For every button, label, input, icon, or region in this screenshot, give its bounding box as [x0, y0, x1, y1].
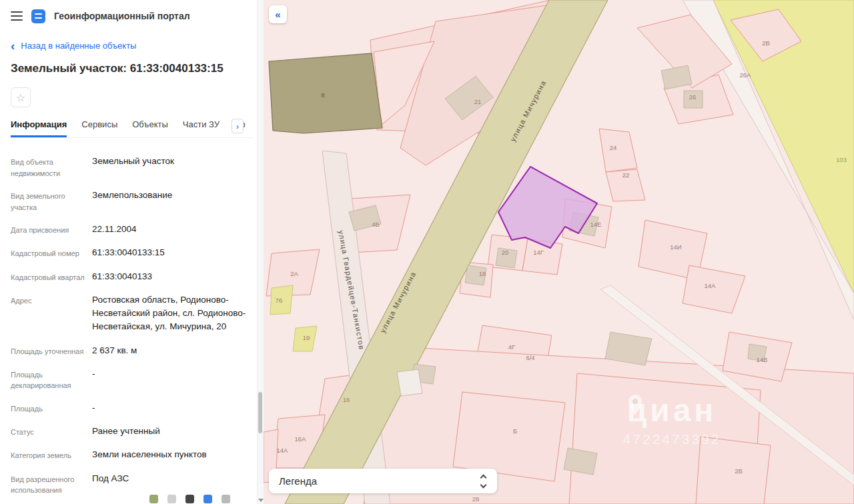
watermark-digits: 4722473392: [623, 431, 721, 447]
parcel[interactable]: [453, 392, 565, 481]
field-label: Адрес: [11, 293, 90, 334]
parcel-label: 2В: [762, 39, 770, 47]
field-label: Кадастровый квартал: [11, 270, 90, 283]
field-value: 2 637 кв. м: [92, 344, 253, 357]
taskbar-icon[interactable]: [222, 495, 230, 503]
parcel[interactable]: [696, 437, 771, 504]
parcel-label: 20: [502, 249, 509, 256]
back-link[interactable]: ‹ Назад в найденные объекты: [11, 41, 253, 51]
field-row: Статус Ранее учтенный: [11, 425, 253, 438]
parcel-label: 6/4: [526, 354, 534, 361]
field-row: Адрес Ростовская область, Родионово-Несв…: [11, 293, 253, 334]
tab-chasti-zu[interactable]: Части ЗУ: [183, 117, 220, 137]
field-value: -: [92, 367, 253, 391]
parcel-label: 4Г: [508, 343, 515, 351]
page-title: Земельный участок: 61:33:0040133:15: [11, 62, 253, 75]
parcel-label: 14А: [705, 282, 717, 289]
tab-servisy[interactable]: Сервисы: [81, 117, 117, 137]
field-value: 22.11.2004: [92, 223, 253, 236]
sidebar: Геоинформационный портал ‹ Назад в найде…: [0, 0, 264, 504]
field-row: Кадастровый номер 61:33:0040133:15: [11, 246, 253, 259]
field-label: Дата присвоения: [11, 223, 90, 236]
field-value: 61:33:0040133: [92, 270, 253, 283]
taskbar-icon[interactable]: [203, 495, 212, 503]
parcel-label: 22: [622, 171, 630, 179]
watermark-brand: циан: [627, 393, 717, 428]
field-row: Площадь -: [11, 401, 253, 415]
scrollbar-down-arrow-icon[interactable]: [258, 499, 264, 502]
parcel-label: 103: [836, 156, 847, 163]
field-row: Вид земельного участка Землепользование: [11, 189, 253, 213]
parcel-label: 76: [276, 297, 283, 304]
parcel-label: 26А: [740, 71, 752, 79]
cadastral-map[interactable]: улица Мичурина улица Мичурина улица Гвар…: [264, 0, 854, 504]
menu-icon[interactable]: [11, 10, 23, 22]
star-icon: ☆: [16, 91, 25, 104]
parcel-label: 2А: [290, 270, 298, 277]
field-row: Вид разрешенного использования Под АЗС: [11, 472, 253, 496]
field-label: Вид разрешенного использования: [11, 472, 90, 496]
field-row: Площадь декларированная -: [11, 367, 253, 391]
parcel-label: 2В: [735, 467, 743, 475]
parcel-label: 4Б: [372, 221, 380, 228]
app-window: Геоинформационный портал ‹ Назад в найде…: [0, 0, 854, 504]
field-value: Ранее учтенный: [92, 425, 253, 438]
field-label: Вид объекта недвижимости: [11, 155, 90, 179]
field-row: Категория земель Земли населенных пункто…: [11, 448, 253, 461]
favorite-button[interactable]: ☆: [11, 87, 31, 107]
tab-informaciya[interactable]: Информация: [11, 117, 67, 137]
field-value: -: [92, 401, 253, 415]
field-label: Категория земель: [11, 448, 90, 461]
app-logo-icon: [31, 9, 45, 23]
sidebar-header: Геоинформационный портал: [0, 0, 264, 32]
taskbar-icon[interactable]: [167, 495, 176, 503]
collapse-sidebar-button[interactable]: «: [269, 5, 287, 23]
field-row: Площадь уточненная 2 637 кв. м: [11, 344, 253, 357]
chevron-right-icon: ›: [236, 121, 239, 131]
field-value: Землепользование: [92, 189, 253, 213]
parcel-label: Б: [513, 427, 517, 435]
attributes-list: Вид объекта недвижимости Земельный участ…: [11, 155, 253, 504]
parcel-label: 16А: [295, 435, 307, 443]
field-label: Площадь уточненная: [11, 344, 90, 357]
field-value: Земельный участок: [92, 155, 253, 179]
field-value: Под АЗС: [92, 472, 253, 496]
sidebar-scrollbar[interactable]: [257, 0, 264, 504]
parcel-label: 14И: [670, 243, 682, 251]
field-label: Статус: [11, 425, 90, 438]
field-row: Вид объекта недвижимости Земельный участ…: [11, 155, 253, 179]
legend-toggle-icon[interactable]: [480, 474, 487, 489]
field-label: Кадастровый номер: [11, 246, 90, 259]
parcel-label: 14В: [757, 356, 768, 363]
tab-obekty[interactable]: Объекты: [132, 117, 168, 137]
legend-label: Легенда: [279, 475, 317, 487]
parcel-label: 26: [689, 93, 697, 101]
field-row: Дата присвоения 22.11.2004: [11, 223, 253, 236]
tabs-bar: Информация Сервисы Объекты Части ЗУ Сост…: [11, 117, 254, 138]
tabs-scroll-right-button[interactable]: ›: [232, 119, 244, 133]
taskbar-icon[interactable]: [185, 495, 194, 503]
double-chevron-left-icon: «: [275, 9, 280, 20]
field-label: Площадь: [11, 401, 90, 415]
parcel-label: 16: [343, 396, 350, 403]
parcel-label: 28: [472, 495, 480, 503]
field-label: Площадь декларированная: [11, 367, 90, 391]
taskbar-icon[interactable]: [149, 495, 158, 503]
field-value: Ростовская область, Родионово-Несветайск…: [92, 293, 253, 334]
parcel-label: 21: [474, 98, 482, 105]
app-title: Геоинформационный портал: [54, 11, 190, 21]
parcel-olive[interactable]: [269, 53, 382, 133]
field-label: Вид земельного участка: [11, 189, 90, 213]
scrollbar-thumb[interactable]: [258, 392, 262, 433]
field-row: Кадастровый квартал 61:33:0040133: [11, 270, 253, 283]
field-value: 61:33:0040133:15: [92, 246, 253, 259]
parcel-label: 24: [610, 144, 617, 151]
map-pane[interactable]: улица Мичурина улица Мичурина улица Гвар…: [264, 0, 854, 504]
legend-bar[interactable]: Легенда: [269, 469, 497, 493]
building: [397, 369, 422, 396]
parcel-label: 18: [479, 270, 486, 277]
back-chevron-icon: ‹: [11, 42, 15, 50]
parcel-label: 14Е: [590, 221, 602, 228]
parcel-label: 8: [321, 91, 324, 99]
taskbar-icons: [149, 493, 230, 504]
